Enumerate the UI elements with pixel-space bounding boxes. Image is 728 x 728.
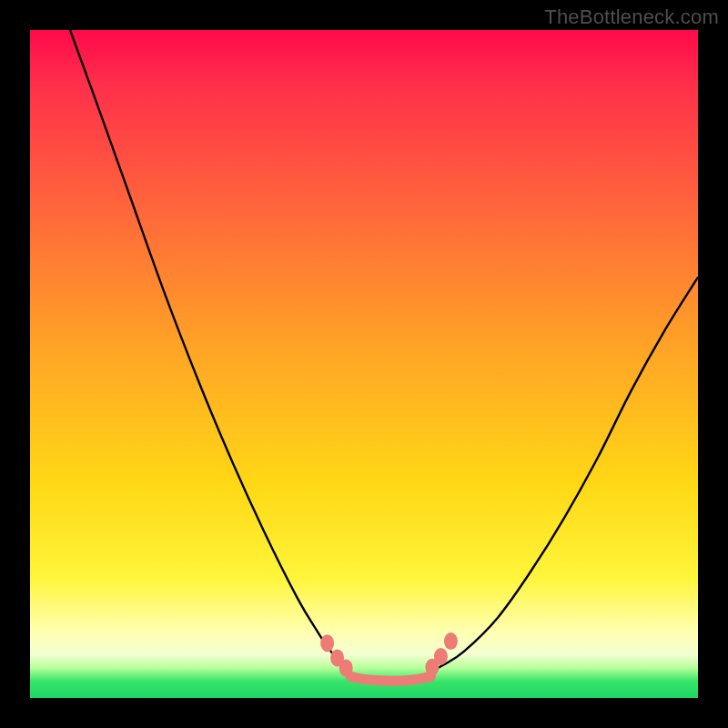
watermark-text: TheBottleneck.com [544, 5, 719, 29]
curve-right [430, 278, 698, 672]
valley-markers [320, 632, 458, 676]
valley-marker [444, 632, 458, 650]
curve-left [70, 30, 350, 672]
chart-frame: TheBottleneck.com [0, 0, 728, 728]
valley-marker [339, 660, 353, 677]
chart-svg [30, 30, 698, 698]
plot-area [30, 30, 698, 698]
valley-marker [320, 634, 334, 652]
valley-floor [350, 677, 430, 682]
valley-marker [434, 648, 448, 665]
